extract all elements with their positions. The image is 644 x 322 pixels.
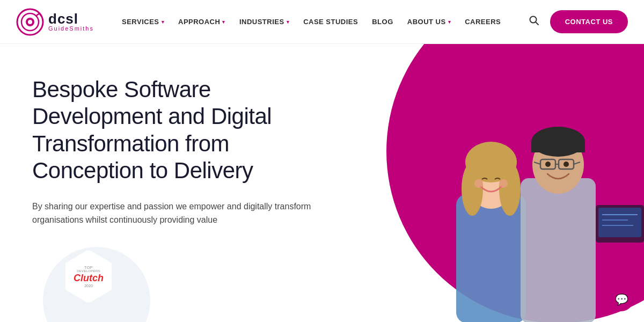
chevron-down-icon: ▾ [287, 19, 290, 25]
clutch-brand: Clutch [74, 273, 104, 284]
svg-line-5 [536, 22, 538, 25]
svg-rect-7 [456, 194, 526, 322]
nav-item-approach[interactable]: APPROACH ▾ [172, 13, 232, 30]
svg-point-11 [499, 162, 521, 216]
chevron-down-icon: ▾ [222, 19, 225, 25]
svg-point-3 [28, 20, 32, 24]
search-button[interactable] [526, 13, 541, 31]
nav-item-case-studies[interactable]: CASE STUDIES [297, 13, 364, 30]
nav-item-industries[interactable]: INDUSTRIES ▾ [233, 13, 296, 30]
logo-brand: dcsl [48, 12, 94, 26]
main-header: dcsl GuideSmiths SERVICES ▾ APPROACH ▾ I… [0, 0, 644, 44]
logo-text: dcsl GuideSmiths [48, 12, 94, 32]
hero-section: Bespoke Software Development and Digital… [0, 44, 644, 322]
svg-point-24 [564, 162, 569, 167]
clutch-year: 2020 [84, 284, 93, 288]
contact-us-button[interactable]: CONTACT US [550, 10, 628, 33]
logo-tagline: GuideSmiths [48, 26, 94, 32]
svg-point-13 [499, 179, 508, 188]
nav-actions: CONTACT US [526, 10, 628, 33]
hero-title: Bespoke Software Development and Digital… [32, 76, 343, 185]
clutch-hexagon: TOP DEVELOPERS Clutch 2020 [62, 250, 115, 303]
svg-point-12 [474, 179, 483, 188]
chevron-down-icon: ▾ [162, 19, 165, 25]
nav-item-careers[interactable]: CAREERS [458, 13, 507, 30]
svg-rect-14 [521, 178, 596, 322]
chat-icon: 💬 [615, 293, 628, 306]
svg-point-10 [462, 162, 483, 216]
clutch-top-label: TOP [84, 266, 93, 269]
nav-item-blog[interactable]: BLOG [365, 13, 400, 30]
logo[interactable]: dcsl GuideSmiths [16, 8, 94, 36]
nav-item-services[interactable]: SERVICES ▾ [115, 13, 171, 30]
chevron-down-icon: ▾ [448, 19, 451, 25]
hero-content: Bespoke Software Development and Digital… [32, 76, 343, 227]
logo-icon [16, 8, 44, 36]
nav-item-about-us[interactable]: ABOUT US ▾ [401, 13, 457, 30]
hero-illustration [333, 44, 644, 322]
chat-bubble-button[interactable]: 💬 [610, 288, 633, 311]
main-nav: SERVICES ▾ APPROACH ▾ INDUSTRIES ▾ CASE … [115, 13, 526, 30]
svg-point-23 [545, 162, 551, 167]
svg-rect-17 [531, 142, 585, 152]
svg-rect-26 [598, 208, 641, 237]
hero-image-area [333, 44, 644, 322]
hero-subtitle: By sharing our expertise and passion we … [32, 200, 343, 227]
clutch-badge: TOP DEVELOPERS Clutch 2020 [59, 247, 118, 306]
search-icon [529, 15, 539, 26]
